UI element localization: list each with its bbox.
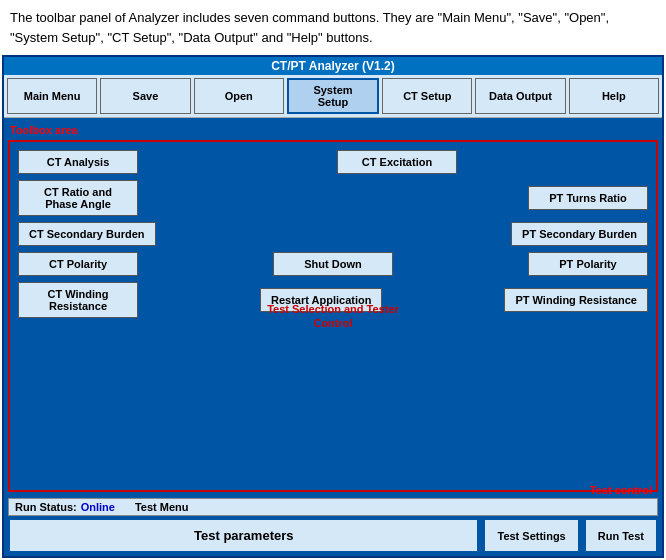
test-parameters-button[interactable]: Test parameters <box>8 518 479 553</box>
toolbox-row-5: CT Winding Resistance Restart Applicatio… <box>18 282 648 318</box>
test-menu-item: Test Menu <box>135 501 189 513</box>
title-bar: CT/PT Analyzer (V1.2) <box>4 57 662 75</box>
toolbox-row-1: CT Analysis CT Excitation <box>18 150 648 174</box>
toolbox-row-3: CT Secondary Burden PT Secondary Burden <box>18 222 648 246</box>
btn-ct-winding-resistance[interactable]: CT Winding Resistance <box>18 282 138 318</box>
btn-ct-analysis[interactable]: CT Analysis <box>18 150 138 174</box>
toolbar-btn-help[interactable]: Help <box>569 78 659 114</box>
btn-ct-polarity[interactable]: CT Polarity <box>18 252 138 276</box>
bottom-right-buttons: Test Settings Run Test <box>483 518 658 553</box>
description-content: The toolbar panel of Analyzer includes s… <box>10 10 609 45</box>
toolbox-area: Test Selection and TesterControl CT Anal… <box>8 140 658 492</box>
btn-restart-application[interactable]: Restart Application <box>260 288 382 312</box>
toolbar-btn-save[interactable]: Save <box>100 78 190 114</box>
toolbox-row-4: CT Polarity Shut Down PT Polarity <box>18 252 648 276</box>
description-text: The toolbar panel of Analyzer includes s… <box>0 0 666 55</box>
toolbar-btn-open[interactable]: Open <box>194 78 284 114</box>
btn-shut-down[interactable]: Shut Down <box>273 252 393 276</box>
btn-pt-turns-ratio[interactable]: PT Turns Ratio <box>528 186 648 210</box>
bottom-row: Test parameters Test Settings Run Test <box>8 518 658 553</box>
page-wrapper: The toolbar panel of Analyzer includes s… <box>0 0 666 560</box>
toolbar-btn-system-setup[interactable]: System Setup <box>287 78 379 114</box>
toolbox-area-label: Toolbox area <box>10 124 78 136</box>
toolbar-btn-main-menu[interactable]: Main Menu <box>7 78 97 114</box>
run-status-item: Run Status: Online <box>15 501 115 513</box>
btn-ct-ratio-phase[interactable]: CT Ratio and Phase Angle <box>18 180 138 216</box>
main-content: Toolbox area Test Selection and TesterCo… <box>4 118 662 496</box>
toolbar-btn-data-output[interactable]: Data Output <box>475 78 565 114</box>
toolbar: Main Menu Save Open System Setup CT Setu… <box>4 75 662 118</box>
btn-pt-polarity[interactable]: PT Polarity <box>528 252 648 276</box>
status-bar: Run Status: Online Test Menu <box>8 498 658 516</box>
window-title: CT/PT Analyzer (V1.2) <box>271 59 395 73</box>
btn-ct-excitation[interactable]: CT Excitation <box>337 150 457 174</box>
test-menu-label: Test Menu <box>135 501 189 513</box>
run-status-label: Run Status: <box>15 501 77 513</box>
toolbar-btn-ct-setup[interactable]: CT Setup <box>382 78 472 114</box>
btn-ct-secondary-burden[interactable]: CT Secondary Burden <box>18 222 156 246</box>
run-status-value: Online <box>81 501 115 513</box>
app-window: CT/PT Analyzer (V1.2) Main Menu Save Ope… <box>2 55 664 558</box>
test-settings-button[interactable]: Test Settings <box>483 518 579 553</box>
btn-pt-secondary-burden[interactable]: PT Secondary Burden <box>511 222 648 246</box>
test-control-label: Test control <box>590 484 652 496</box>
run-test-button[interactable]: Run Test <box>584 518 658 553</box>
toolbox-row-2: CT Ratio and Phase Angle PT Turns Ratio <box>18 180 648 216</box>
btn-pt-winding-resistance[interactable]: PT Winding Resistance <box>504 288 648 312</box>
